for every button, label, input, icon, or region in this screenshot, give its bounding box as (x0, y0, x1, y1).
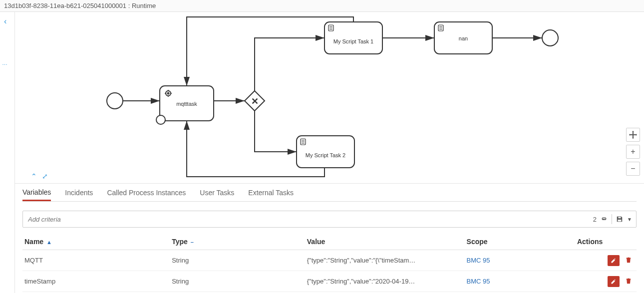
cell-name: MQTT (22, 250, 170, 271)
sort-none-icon: – (191, 239, 194, 245)
tab-variables[interactable]: Variables (22, 184, 51, 201)
cell-name: timeStamp (22, 271, 170, 292)
canvas-area: mqtttask 1 (15, 12, 644, 293)
th-type[interactable]: Type – (170, 234, 305, 250)
cell-type: String (170, 250, 305, 271)
cell-type: String (170, 271, 305, 292)
task-script-1-label: My Script Task 1 (333, 38, 374, 44)
table-row: timeStamp String {"type":"String","value… (22, 271, 637, 292)
cell-value: {"type":"String","value":"{\"timeStam… (305, 250, 465, 271)
th-name-label: Name (24, 238, 43, 246)
collapse-panel-icon[interactable]: ⌃ (31, 172, 37, 180)
task-nan[interactable]: nan (434, 22, 492, 54)
link-icon[interactable] (601, 216, 608, 223)
zoom-controls: + − (626, 128, 640, 176)
chevron-left-icon[interactable]: ‹ (4, 17, 6, 26)
token-count: 1 (159, 117, 162, 123)
main-area: ‹ … mqtttask (0, 12, 644, 293)
delete-icon[interactable] (623, 276, 635, 287)
variables-panel: 2 ▼ Name ▲ (22, 202, 637, 293)
sort-asc-icon: ▲ (46, 239, 52, 245)
tabs-bar: Variables Incidents Called Process Insta… (22, 184, 637, 202)
svg-point-0 (107, 93, 123, 109)
task-script-1[interactable]: My Script Task 1 (324, 22, 382, 54)
corner-toggles: ⌃ ⤢ (31, 172, 48, 180)
end-event[interactable] (542, 30, 558, 46)
divider (612, 214, 612, 224)
dropdown-caret-icon[interactable]: ▼ (627, 217, 632, 222)
table-row: MQTT String {"type":"String","value":"{\… (22, 250, 637, 271)
tab-user-tasks[interactable]: User Tasks (200, 185, 234, 200)
scope-link[interactable]: BMC 95 (467, 278, 490, 285)
zoom-out-icon[interactable]: − (626, 162, 640, 176)
expand-icon[interactable]: ⤢ (42, 172, 48, 180)
task-mqtttask[interactable]: mqtttask 1 (156, 86, 214, 124)
task-nan-label: nan (459, 35, 468, 41)
diagram-svg: mqtttask 1 (15, 12, 644, 184)
zoom-in-icon[interactable]: + (626, 145, 640, 159)
variables-table: Name ▲ Type – Value Scope Actions (22, 234, 637, 292)
scope-link[interactable]: BMC 95 (467, 257, 490, 264)
tab-incidents[interactable]: Incidents (65, 185, 93, 200)
exclusive-gateway[interactable]: ✕ (245, 91, 265, 111)
tab-external-tasks[interactable]: External Tasks (248, 185, 294, 200)
edit-icon[interactable] (608, 255, 620, 266)
title-text: 13d1b03f-8238-11ea-b621-025041000001 : R… (4, 2, 156, 9)
th-name[interactable]: Name ▲ (22, 234, 170, 250)
left-rail: ‹ … (0, 12, 15, 293)
criteria-input[interactable] (23, 216, 589, 223)
th-scope[interactable]: Scope (465, 234, 575, 250)
start-event[interactable] (107, 93, 123, 109)
result-count: 2 (593, 216, 597, 223)
th-actions: Actions (575, 234, 637, 250)
task-script-2[interactable]: My Script Task 2 (297, 136, 354, 168)
reset-view-icon[interactable] (626, 128, 640, 142)
save-icon[interactable] (616, 216, 623, 223)
task-mqtttask-label: mqtttask (176, 101, 197, 107)
rail-ellipsis[interactable]: … (2, 60, 7, 66)
th-type-label: Type (172, 238, 188, 246)
svg-point-18 (542, 30, 558, 46)
flow-gw-s2 (255, 111, 297, 152)
cell-value: {"type":"String","value":"2020-04-19… (305, 271, 465, 292)
svg-point-3 (168, 93, 169, 94)
flow-gw-s1 (255, 38, 324, 91)
page-title: 13d1b03f-8238-11ea-b621-025041000001 : R… (0, 0, 644, 12)
task-script-2-label: My Script Task 2 (306, 152, 346, 158)
tab-called-instances[interactable]: Called Process Instances (107, 185, 186, 200)
criteria-meta: 2 ▼ (589, 214, 636, 224)
criteria-bar: 2 ▼ (22, 211, 637, 228)
bpmn-diagram[interactable]: mqtttask 1 (15, 12, 644, 184)
svg-text:✕: ✕ (251, 96, 259, 106)
delete-icon[interactable] (623, 255, 635, 266)
th-value[interactable]: Value (305, 234, 465, 250)
edit-icon[interactable] (608, 276, 620, 287)
